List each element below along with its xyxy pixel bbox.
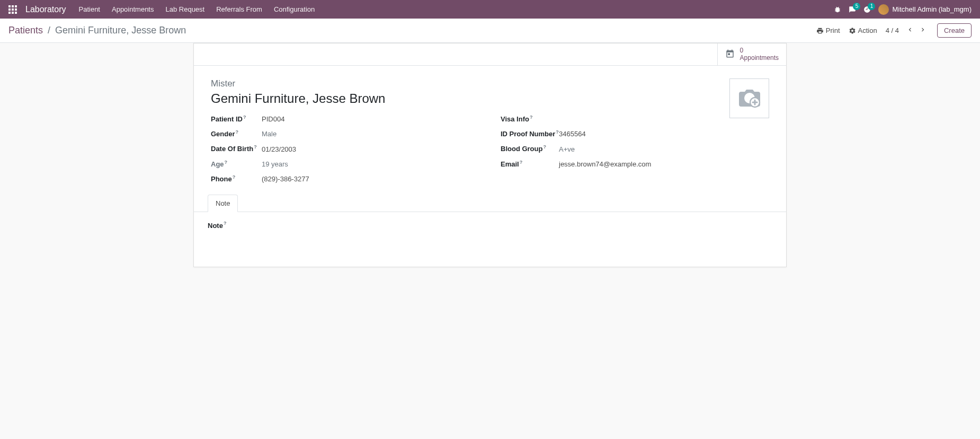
field-patient-id: Patient ID? PID004	[211, 115, 479, 123]
messaging-icon[interactable]: 5	[849, 6, 856, 13]
idproof-label: ID Proof Number?	[501, 129, 559, 138]
cp-right: Print Action 4 / 4 Create	[816, 23, 972, 38]
appointments-stat-button[interactable]: 0 Appointments	[717, 43, 786, 65]
age-value: 19 years	[262, 160, 288, 168]
field-gender: Gender? Male	[211, 129, 479, 138]
email-value: jesse.brown74@example.com	[559, 160, 651, 168]
control-panel: Patients / Gemini Furniture, Jesse Brown…	[0, 19, 980, 43]
stat-label: Appointments	[740, 54, 779, 62]
print-icon	[816, 27, 824, 34]
nav-item-lab-request[interactable]: Lab Request	[165, 5, 204, 13]
field-visa: Visa Info?	[501, 115, 769, 123]
camera-plus-icon	[737, 87, 762, 109]
nav-item-patient[interactable]: Patient	[79, 5, 100, 13]
nav-item-configuration[interactable]: Configuration	[274, 5, 315, 13]
field-age: Age? 19 years	[211, 160, 479, 168]
pager-prev[interactable]	[904, 25, 916, 36]
visa-label: Visa Info?	[501, 115, 559, 123]
pager-arrows	[904, 25, 929, 36]
gear-icon	[849, 27, 856, 34]
pager-next[interactable]	[917, 25, 929, 36]
sheet-body: Mister Gemini Furniture, Jesse Brown Pat…	[194, 66, 786, 195]
activity-badge: 1	[868, 3, 875, 10]
idproof-value: 3465564	[559, 130, 586, 138]
breadcrumb-sep: /	[48, 25, 50, 36]
field-idproof: ID Proof Number? 3465564	[501, 129, 769, 138]
tab-content: Note?	[194, 212, 786, 266]
blood-label: Blood Group?	[501, 144, 559, 153]
field-phone: Phone? (829)-386-3277	[211, 174, 479, 183]
user-menu[interactable]: Mitchell Admin (lab_mgm)	[878, 4, 972, 15]
gender-value: Male	[262, 130, 277, 138]
breadcrumb-current: Gemini Furniture, Jesse Brown	[55, 25, 186, 36]
stat-text: 0 Appointments	[740, 47, 779, 62]
button-box: 0 Appointments	[194, 43, 786, 66]
image-placeholder[interactable]	[729, 78, 769, 118]
apps-icon[interactable]	[8, 5, 17, 14]
note-field-label: Note?	[208, 222, 226, 230]
fields-row: Patient ID? PID004 Gender? Male Date Of …	[211, 115, 769, 190]
field-dob: Date Of Birth? 01/23/2003	[211, 144, 479, 153]
breadcrumb-root[interactable]: Patients	[8, 25, 43, 36]
blood-value: A+ve	[559, 145, 575, 153]
print-button[interactable]: Print	[816, 27, 840, 34]
dob-label: Date Of Birth?	[211, 144, 262, 153]
breadcrumb: Patients / Gemini Furniture, Jesse Brown	[8, 25, 186, 36]
phone-value: (829)-386-3277	[262, 175, 309, 183]
form-view: 0 Appointments Mister Gemini Furniture, …	[193, 43, 787, 267]
navbar-left: Laboratory Patient Appointments Lab Requ…	[8, 5, 315, 14]
phone-label: Phone?	[211, 174, 262, 183]
patient-id-label: Patient ID?	[211, 115, 262, 123]
field-email: Email? jesse.brown74@example.com	[501, 160, 769, 168]
action-button[interactable]: Action	[849, 27, 877, 34]
pager: 4 / 4	[886, 25, 929, 36]
gender-label: Gender?	[211, 129, 262, 138]
form-sheet: 0 Appointments Mister Gemini Furniture, …	[193, 43, 787, 267]
action-label: Action	[858, 27, 877, 34]
patient-id-value: PID004	[262, 115, 284, 123]
stat-count: 0	[740, 47, 779, 54]
age-label: Age?	[211, 160, 262, 168]
field-blood: Blood Group? A+ve	[501, 144, 769, 153]
calendar-icon	[725, 49, 735, 60]
nav-item-appointments[interactable]: Appointments	[112, 5, 154, 13]
salutation: Mister	[211, 78, 769, 89]
avatar	[878, 4, 889, 15]
tab-note[interactable]: Note	[208, 195, 238, 212]
dob-value: 01/23/2003	[262, 145, 296, 153]
chevron-right-icon	[919, 26, 926, 33]
email-label: Email?	[501, 160, 559, 168]
main-navbar: Laboratory Patient Appointments Lab Requ…	[0, 0, 980, 19]
left-col: Patient ID? PID004 Gender? Male Date Of …	[211, 115, 479, 190]
user-label: Mitchell Admin (lab_mgm)	[892, 5, 972, 13]
print-label: Print	[826, 27, 840, 34]
record-title: Gemini Furniture, Jesse Brown	[211, 91, 769, 106]
chevron-left-icon	[906, 26, 914, 33]
brand-title[interactable]: Laboratory	[25, 5, 66, 14]
nav-item-referrals[interactable]: Referrals From	[216, 5, 262, 13]
pager-value: 4 / 4	[886, 27, 899, 34]
create-button[interactable]: Create	[937, 23, 972, 38]
nav-menu: Patient Appointments Lab Request Referra…	[79, 5, 315, 13]
right-col: Visa Info? ID Proof Number? 3465564 Bloo…	[501, 115, 769, 190]
activity-icon[interactable]: 1	[863, 6, 871, 13]
messaging-badge: 5	[853, 3, 860, 10]
title-area: Mister Gemini Furniture, Jesse Brown	[211, 78, 769, 106]
navbar-right: 5 1 Mitchell Admin (lab_mgm)	[834, 4, 972, 15]
tabs: Note	[194, 195, 786, 212]
debug-icon[interactable]	[834, 6, 841, 13]
